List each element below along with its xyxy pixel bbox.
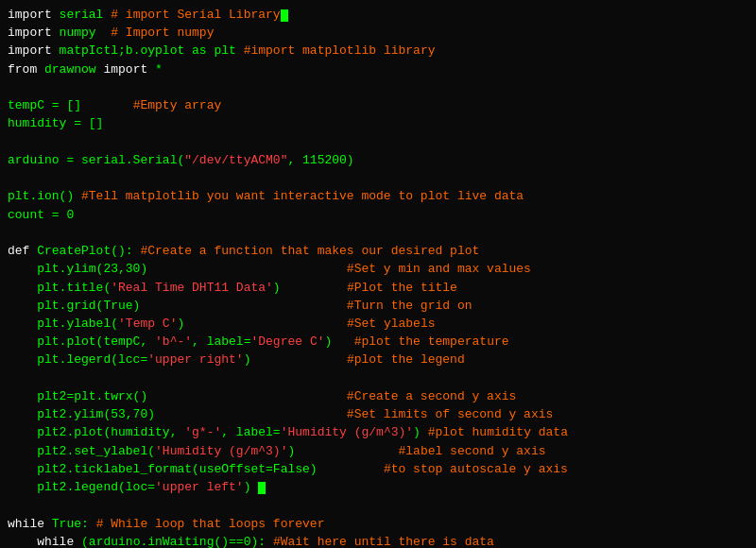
code-line-blank1: [8, 78, 748, 96]
code-line-blank3: [8, 169, 748, 187]
code-line-4: from drawnow import *: [8, 60, 748, 78]
code-line-10: def CreatePlot(): #Create a function tha…: [8, 242, 748, 260]
code-line-6: humidity = []: [8, 114, 748, 132]
code-line-20: plt2.set_ylabel('Humidity (g/m^3)') #lab…: [8, 442, 748, 460]
code-line-16: plt.legerd(lcc='upper right') #plot the …: [8, 351, 748, 368]
code-line-3: import matpIctl;b.oyplot as plt #import …: [8, 42, 748, 60]
code-line-9: count = 0: [8, 206, 748, 224]
code-line-18: plt2.ylim(53,70) #Set limits of second y…: [8, 405, 748, 423]
code-line-blank4: [8, 224, 748, 242]
code-line-blank6: [8, 496, 748, 514]
code-line-13: plt.grid(True) #Turn the grid on: [8, 297, 748, 315]
code-line-2: import numpy # Import numpy: [8, 24, 748, 42]
code-line-22: plt2.legend(loc='upper left'): [8, 478, 748, 496]
code-line-11: plt.ylim(23,30) #Set y min and max value…: [8, 260, 748, 278]
code-line-blank5: [8, 369, 748, 387]
code-line-1: import serial # import Serial Library: [8, 6, 748, 24]
code-line-12: plt.title('Real Time DHT11 Data') #Plot …: [8, 279, 748, 297]
code-line-17: plt2=plt.twrx() #Create a second y axis: [8, 387, 748, 405]
code-line-21: plt2.ticklabel_format(useOffset=False) #…: [8, 460, 748, 478]
code-line-24: while (arduino.inWaiting()==0): #Wait he…: [8, 533, 748, 548]
code-line-23: while True: # While loop that loops fore…: [8, 515, 748, 533]
code-line-7: arduino = serial.Serial("/dev/ttyACM0", …: [8, 151, 748, 169]
code-line-15: plt.plot(tempC, 'b^-', label='Degree C')…: [8, 333, 748, 351]
code-line-14: plt.ylabel('Temp C') #Set ylabels: [8, 315, 748, 333]
code-editor[interactable]: import serial # import Serial Library im…: [0, 0, 756, 548]
code-line-19: plt2.plot(humidity, 'g*-', label='Humidi…: [8, 423, 748, 441]
code-line-8: plt.ion() #Tell matplotlib you want inte…: [8, 187, 748, 205]
code-line-blank2: [8, 133, 748, 151]
code-line-5: tempC = [] #Empty array: [8, 96, 748, 114]
